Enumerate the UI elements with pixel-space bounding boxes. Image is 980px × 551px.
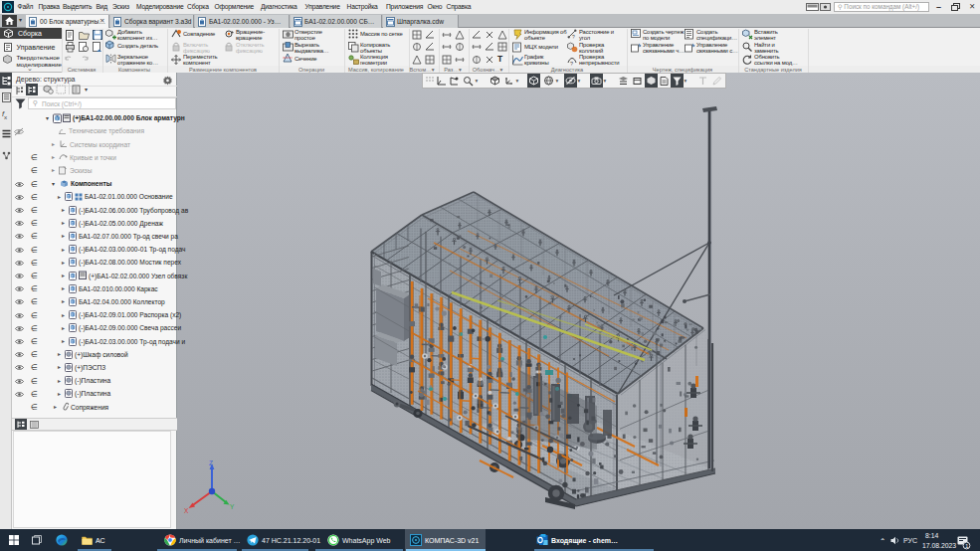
svg-text:?: ? <box>572 34 575 40</box>
svg-text:X: X <box>184 507 189 514</box>
svg-text:?: ? <box>570 60 573 66</box>
svg-text:Z: Z <box>209 459 213 466</box>
svg-text:Y: Y <box>230 503 235 510</box>
svg-text:1: 1 <box>965 542 968 548</box>
